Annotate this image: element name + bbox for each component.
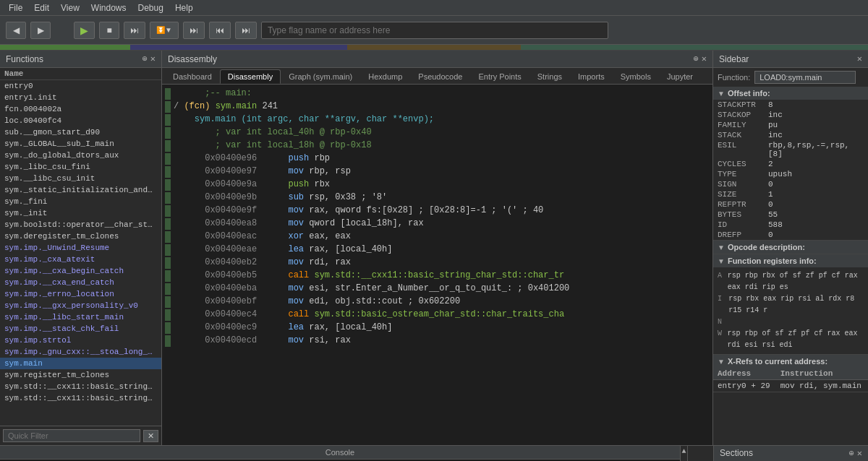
quick-filter-input[interactable] [3, 429, 140, 442]
disasm-pin-icon[interactable]: ⊕ [694, 53, 699, 64]
function-list-item[interactable]: sym.imp._Unwind_Resume [0, 242, 161, 254]
functions-col-header: Name [0, 68, 161, 80]
disasm-line[interactable]: 0x00400eba mov esi, str.Enter_a_Number__… [162, 283, 712, 296]
goto-start-button[interactable]: ⏮ [209, 22, 231, 39]
function-list-item[interactable]: sym.register_tm_clones [0, 369, 161, 381]
function-list-item[interactable]: sym.imp._errno_location [0, 288, 161, 300]
disasm-line[interactable]: 0x00400e9a push rbx [162, 178, 712, 191]
sidebar-function-input[interactable] [754, 71, 856, 84]
function-list-item[interactable]: loc.00400fc4 [0, 115, 161, 126]
menu-view[interactable]: View [55, 1, 85, 14]
function-list-item[interactable]: sym.boolstd::operator__char_std::char_tr… [0, 219, 161, 231]
functions-close-icon[interactable]: ✕ [150, 53, 156, 64]
disasm-tab-entry-points[interactable]: Entry Points [470, 69, 529, 84]
disasm-line[interactable]: 0x00400eb2 mov rdi, rax [162, 257, 712, 270]
xref-row[interactable]: entry0 + 29mov rdi, sym.main [713, 380, 868, 392]
function-list-item[interactable]: sym.imp._gnu_cxx::__stoa_long_int_char_i… [0, 346, 161, 358]
sidebar-offset-header[interactable]: ▼ Offset info: [713, 87, 868, 100]
function-list-item[interactable]: sym.main [0, 358, 161, 369]
toolbar: ◀ ▶ ▶ ■ ⏭ ⏬▼ ⏭ ⏮ ⏭ [0, 16, 868, 45]
disasm-line[interactable]: 0x00400eae lea rax, [local_40h] [162, 244, 712, 257]
function-list-item[interactable]: entry1.init [0, 92, 161, 103]
step-over-button[interactable]: ⏭ [124, 22, 145, 39]
function-list-item[interactable]: sym.std::__cxx11::basic_string_char_std:… [0, 392, 161, 404]
disasm-line[interactable]: 0x00400ea8 mov qword [local_18h], rax [162, 217, 712, 231]
disasm-line[interactable]: 0x00400ec9 lea rax, [local_40h] [162, 322, 712, 335]
disasm-tab-jupyter[interactable]: Jupyter [659, 69, 701, 84]
function-list-item[interactable]: sym.imp.__cxa_end_catch [0, 277, 161, 288]
goto-end-button[interactable]: ⏭ [235, 22, 257, 39]
disasm-close-icon[interactable]: ✕ [702, 53, 707, 64]
function-list-item[interactable]: sym.imp.__stack_chk_fail [0, 323, 161, 335]
sidebar-close-icon[interactable]: ✕ [857, 53, 862, 64]
function-list-item[interactable]: sym.std::__cxx11::basic_string_char_std:… [0, 381, 161, 392]
function-list-item[interactable]: sym.imp.strtol [0, 335, 161, 346]
disasm-tab-strings[interactable]: Strings [529, 69, 570, 84]
step-into-button[interactable]: ⏬▼ [150, 22, 179, 39]
reg-w: rsp rbp of sf zf pf cf rax eax rdi esi r… [728, 328, 864, 351]
filter-clear-button[interactable]: ✕ [143, 430, 158, 442]
menu-edit[interactable]: Edit [28, 1, 55, 14]
sidebar-registers-header[interactable]: ▼ Function registers info: [713, 254, 868, 267]
disasm-line[interactable]: 0x00400e96 push rbp [162, 152, 712, 165]
function-list-item[interactable]: sym.imp.__gxx_personality_v0 [0, 300, 161, 311]
function-list-item[interactable]: sym.__libc_csu_init [0, 173, 161, 184]
disasm-line[interactable]: 0x00400ecd mov rsi, rax [162, 335, 712, 348]
sections-pin-icon[interactable]: ⊕ [849, 448, 854, 459]
disasm-line[interactable]: 0x00400eac xor eax, eax [162, 231, 712, 244]
function-list-item[interactable]: sym._init [0, 207, 161, 219]
disasm-line[interactable]: ; var int local_18h @ rbp-0x18 [162, 139, 712, 152]
disasm-tab-pseudocode[interactable]: Pseudocode [410, 69, 470, 84]
search-input[interactable] [261, 22, 608, 39]
disasm-gutter [165, 244, 171, 256]
disasm-tab-symbols[interactable]: Symbols [613, 69, 659, 84]
menu-help[interactable]: Help [169, 1, 199, 14]
disasm-content[interactable]: ;-- main:/ (fcn) sym.main 241 sym.main (… [162, 85, 712, 445]
play-button[interactable]: ▶ [74, 22, 95, 39]
disasm-tab-disassembly[interactable]: Disassembly [220, 69, 281, 84]
disasm-line[interactable]: ; var int local_40h @ rbp-0x40 [162, 126, 712, 139]
offset-key: STACKPTR [718, 100, 768, 109]
disasm-line[interactable]: 0x00400eb5 call sym.std::__cxx11::basic_… [162, 270, 712, 283]
menu-windows[interactable]: Windows [85, 1, 132, 14]
function-list-item[interactable]: sym.deregister_tm_clones [0, 231, 161, 242]
disasm-line[interactable]: 0x00400e9b sub rsp, 0x38 ; '8' [162, 191, 712, 204]
function-list-item[interactable]: entry0 [0, 80, 161, 92]
forward-button[interactable]: ▶ [30, 22, 51, 39]
back-button[interactable]: ◀ [6, 22, 26, 39]
function-list-item[interactable]: sym._do_global_dtors_aux [0, 150, 161, 161]
minimap-seg-3 [347, 45, 521, 50]
functions-list[interactable]: entry0entry1.initfcn.0004002aloc.00400fc… [0, 80, 161, 426]
disasm-line[interactable]: / (fcn) sym.main 241 [162, 100, 712, 113]
function-list-item[interactable]: sym.imp.__libc_start_main [0, 311, 161, 323]
disasm-tab-graph--sym-main-[interactable]: Graph (sym.main) [281, 69, 360, 84]
disasm-line[interactable]: 0x00400ebf mov edi, obj.std::cout ; 0x60… [162, 296, 712, 309]
step-out-button[interactable]: ⏭ [183, 22, 205, 39]
function-list-item[interactable]: fcn.0004002a [0, 103, 161, 115]
disasm-tab-imports[interactable]: Imports [570, 69, 613, 84]
function-list-item[interactable]: sym._libc_csu_fini [0, 161, 161, 173]
function-list-item[interactable]: sub.__gmon_start_d90 [0, 126, 161, 138]
minimap-seg-4 [521, 45, 868, 50]
disasm-line[interactable]: sym.main (int argc, char **argv, char **… [162, 113, 712, 126]
function-list-item[interactable]: sym._fini [0, 196, 161, 207]
console-scrollbar[interactable]: ▲ ▼ [680, 446, 687, 461]
disasm-tab-dashboard[interactable]: Dashboard [165, 69, 220, 84]
function-list-item[interactable]: sym.imp._cxa_atexit [0, 254, 161, 265]
sidebar-opcode-header[interactable]: ▼ Opcode description: [713, 241, 868, 254]
sections-close-icon[interactable]: ✕ [857, 448, 862, 459]
disasm-line[interactable]: 0x00400ec4 call sym.std::basic_ostream_c… [162, 309, 712, 322]
disasm-line[interactable]: 0x00400e9f mov rax, qword fs:[0x28] ; [0… [162, 204, 712, 217]
function-list-item[interactable]: sym._static_initialization_and_destructi… [0, 184, 161, 196]
console-scroll-up[interactable]: ▲ [681, 447, 686, 455]
disasm-line[interactable]: ;-- main: [162, 87, 712, 100]
function-list-item[interactable]: sym.imp.__cxa_begin_catch [0, 265, 161, 277]
disasm-line[interactable]: 0x00400e97 mov rbp, rsp [162, 165, 712, 178]
sidebar-xrefs-header[interactable]: ▼ X-Refs to current address: [713, 355, 868, 368]
functions-pin-icon[interactable]: ⊕ [142, 53, 148, 64]
menu-file[interactable]: File [3, 1, 28, 14]
stop-button[interactable]: ■ [99, 22, 119, 39]
menu-debug[interactable]: Debug [132, 1, 169, 14]
function-list-item[interactable]: sym._GLOBAL__sub_I_main [0, 138, 161, 150]
disasm-tab-hexdump[interactable]: Hexdump [360, 69, 410, 84]
